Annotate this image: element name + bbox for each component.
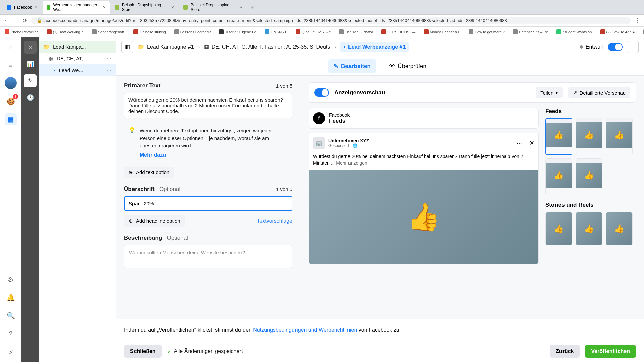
home-icon[interactable]: ⌂: [5, 41, 17, 53]
browser-tab[interactable]: Beispiel Dropshipping Store×: [179, 1, 247, 14]
browser-tab-active[interactable]: Werbeanzeigenmanager - We...×: [43, 1, 110, 14]
plus-icon: ⊕: [129, 169, 133, 175]
reload-icon[interactable]: ⟳: [23, 17, 27, 24]
placement-thumbnail[interactable]: 👍: [545, 118, 572, 155]
lightbulb-icon: 💡: [129, 127, 136, 158]
breadcrumb-ad[interactable]: ▪Lead Werbeanzeige #1: [340, 42, 409, 52]
menu-icon[interactable]: ≡: [5, 59, 17, 71]
extensions-icon[interactable]: ⋮: [635, 17, 640, 24]
terms-link[interactable]: Nutzungsbedingungen und Werberichtlinien: [253, 327, 357, 333]
ad-preview-card: 🏢 Unternehmen XYZGesponsert · 🌐 ⋯ ✕ Würd…: [309, 133, 539, 264]
url-field[interactable]: 🔒 facebook.com/adsmanager/manage/ads/edi…: [31, 17, 631, 24]
url-bar: ← → ⟳ 🔒 facebook.com/adsmanager/manage/a…: [0, 15, 644, 27]
status-toggle[interactable]: [608, 43, 623, 51]
form-panel: Primärer Text 1 von 5 Würdest du gerne 2…: [116, 76, 301, 319]
publish-button[interactable]: Veröffentlichen: [585, 345, 636, 358]
tab-edit[interactable]: ✎Bearbeiten: [328, 59, 376, 73]
ads-manager-icon[interactable]: ▦: [5, 113, 17, 125]
description-label: Beschreibung · Optional: [124, 235, 188, 241]
bookmark-item[interactable]: (2) How To Add A...: [598, 29, 640, 35]
panel-toggle-button[interactable]: ◧: [121, 41, 133, 53]
detailed-preview-button[interactable]: ⤢Detaillierte Vorschau: [568, 87, 630, 98]
bookmark-item[interactable]: GMSN - L...: [263, 29, 292, 35]
description-input[interactable]: Warum sollten Menschen deine Website bes…: [124, 245, 292, 268]
more-icon[interactable]: ⋯: [106, 44, 112, 50]
chart-icon[interactable]: 📊: [24, 58, 37, 70]
placement-thumbnail[interactable]: 👍: [606, 212, 633, 245]
learn-more-link[interactable]: Mehr dazu: [140, 152, 288, 158]
more-icon[interactable]: ⋯: [106, 67, 112, 73]
ad-icon: ▪: [54, 67, 56, 73]
avatar[interactable]: [5, 77, 17, 89]
placement-thumbnail[interactable]: 👍: [576, 158, 602, 195]
gear-icon[interactable]: ⚙: [5, 274, 17, 286]
placement-thumbnail[interactable]: 👍: [606, 118, 633, 155]
breadcrumb-campaign[interactable]: 📁Lead Kampagne #1: [138, 44, 194, 50]
close-icon[interactable]: ×: [35, 5, 37, 10]
headline-input[interactable]: [124, 196, 292, 211]
primary-text-counter: 1 von 5: [276, 83, 292, 89]
placement-thumbnail[interactable]: 👍: [545, 212, 572, 245]
placement-thumbnail[interactable]: 👍: [576, 212, 602, 245]
bookmark-item[interactable]: Tutorial: Eigene Fa...: [217, 29, 261, 35]
show-more-link[interactable]: ... Mehr anzeigen: [331, 160, 367, 166]
folder-icon: 📁: [138, 44, 144, 50]
browser-tab[interactable]: Facebook×: [3, 3, 41, 12]
bookmark-item[interactable]: The Top 3 Platfor...: [337, 29, 378, 35]
bookmark-item[interactable]: Datenschutz – Re...: [511, 29, 553, 35]
expand-icon[interactable]: ⫽: [5, 346, 17, 358]
bell-icon[interactable]: 🔔: [5, 292, 17, 304]
tree-campaign[interactable]: 📁 Lead Kampa... ⋯: [39, 41, 116, 53]
chevron-down-icon: ▾: [555, 89, 558, 96]
back-button[interactable]: Zurück: [550, 345, 580, 358]
bookmark-item[interactable]: Download - Cooki...: [641, 29, 644, 35]
search-icon[interactable]: 🔍: [5, 310, 17, 322]
bookmark-item[interactable]: (1) How Working a...: [45, 29, 89, 35]
add-text-option-button[interactable]: ⊕Add text option: [124, 167, 174, 178]
placement-thumbnail[interactable]: 👍: [545, 158, 572, 195]
tree-adset[interactable]: ▦ DE, CH, AT,... ⋯: [39, 53, 116, 64]
more-button[interactable]: ⋯: [627, 41, 639, 53]
share-button[interactable]: Teilen▾: [536, 87, 563, 98]
close-editor-button[interactable]: ✕: [24, 41, 37, 54]
add-headline-option-button[interactable]: ⊕Add headline option: [124, 215, 185, 227]
close-icon[interactable]: ✕: [529, 139, 534, 147]
primary-text-label: Primärer Text: [124, 82, 160, 89]
tree-ad[interactable]: ▪ Lead We... ⋯: [39, 64, 116, 76]
placement-thumbnail[interactable]: 👍: [576, 118, 602, 155]
help-icon[interactable]: ?: [5, 328, 17, 340]
forward-icon[interactable]: →: [13, 18, 19, 24]
browser-tab[interactable]: Beispiel Dropshipping Store×: [111, 1, 178, 14]
close-button[interactable]: Schließen: [124, 345, 162, 358]
preview-toggle[interactable]: [314, 88, 329, 97]
more-icon[interactable]: ⋯: [106, 55, 112, 62]
edit-icon[interactable]: ✎: [24, 74, 37, 87]
close-icon[interactable]: ×: [240, 5, 243, 10]
text-suggestions-link[interactable]: Textvorschläge: [257, 218, 292, 224]
facebook-logo-icon: f: [313, 112, 325, 124]
back-icon[interactable]: ←: [4, 18, 9, 24]
primary-text-input[interactable]: Würdest du gerne 20% bei deinem nächsten…: [124, 93, 292, 118]
bookmark-item[interactable]: Chinese striking...: [131, 29, 171, 35]
browser-tab-strip: Facebook× Werbeanzeigenmanager - We...× …: [0, 0, 644, 15]
close-icon[interactable]: ×: [171, 5, 174, 10]
close-icon[interactable]: ×: [103, 5, 106, 10]
ad-icon: ▪: [343, 44, 345, 50]
bookmark-item[interactable]: How to get more v...: [467, 29, 509, 35]
breadcrumb-adset[interactable]: ▦DE, CH, AT, G: Alle, I: Fashion, A: 25-…: [204, 44, 330, 50]
bookmark-item[interactable]: Money Changes E...: [422, 29, 466, 35]
bookmark-item[interactable]: Sonderangebot! ...: [90, 29, 130, 35]
bookmark-item[interactable]: Qing Fei De Yi - Y...: [293, 29, 336, 35]
account-icon[interactable]: 🍪1: [5, 95, 17, 107]
bookmark-item[interactable]: LEE'S HOUSE—...: [379, 29, 421, 35]
bookmark-item[interactable]: Lessons Learned f...: [172, 29, 216, 35]
bookmark-item[interactable]: Student Wants an...: [554, 29, 597, 35]
more-icon[interactable]: ⋯: [517, 140, 522, 146]
history-icon[interactable]: 🕓: [24, 91, 37, 104]
new-tab-button[interactable]: +: [248, 4, 256, 10]
eye-icon: 👁: [389, 63, 395, 70]
bookmark-item[interactable]: Phone Recycling...: [3, 29, 44, 35]
tab-review[interactable]: 👁Überprüfen: [384, 60, 432, 73]
ad-preview-image: 👍: [309, 170, 538, 264]
footer-actions: Schließen ✓Alle Änderungen gespeichert Z…: [116, 341, 644, 362]
